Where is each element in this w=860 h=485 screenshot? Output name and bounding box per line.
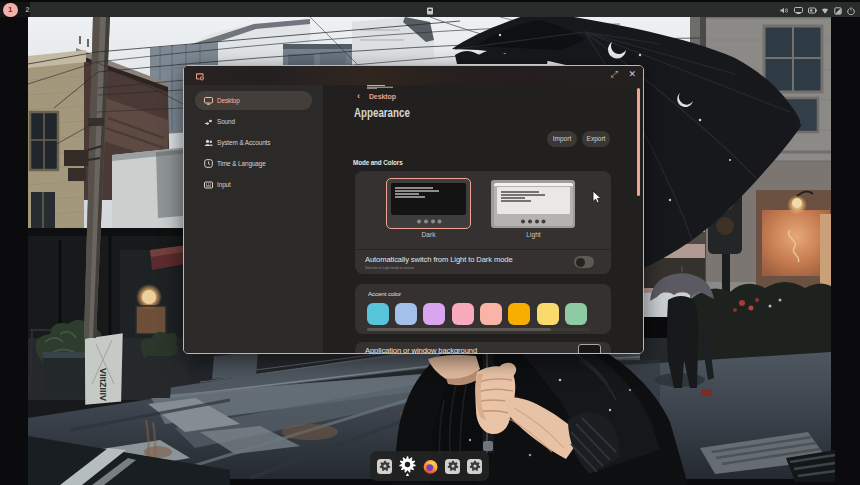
svg-text:VIItZIIIV: VIItZIIIV [98,368,108,401]
